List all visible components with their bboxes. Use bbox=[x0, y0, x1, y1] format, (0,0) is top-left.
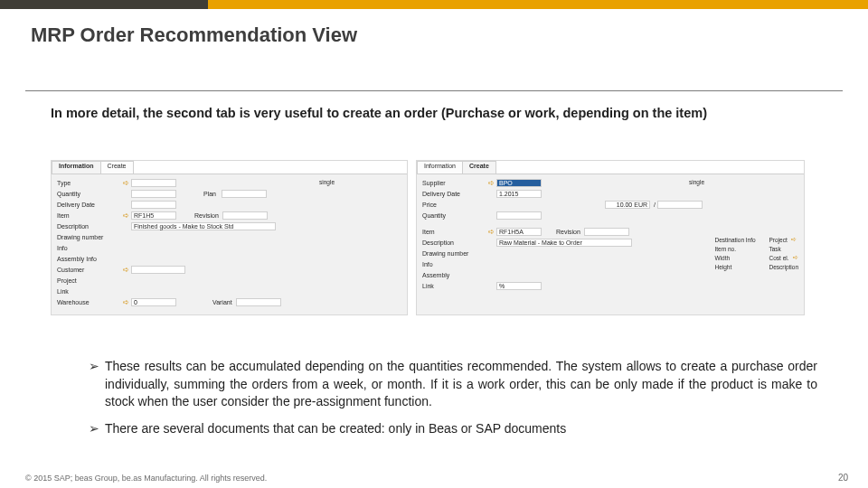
row-description: Description Finished goods - Make to Sto… bbox=[57, 221, 401, 231]
row-link: Link bbox=[57, 286, 401, 296]
purchase-order-form: Information Create single Supplier ➪ BPO… bbox=[416, 160, 805, 315]
label-project: Project bbox=[57, 277, 120, 284]
delivery-date-input[interactable]: 1.2015 bbox=[496, 190, 542, 198]
tab-create[interactable]: Create bbox=[462, 161, 496, 174]
tab-information[interactable]: Information bbox=[417, 161, 463, 174]
paneA-rows: single Type ➪ Quantity Plan Delivery Dat… bbox=[52, 174, 407, 312]
label-quantity: Quantity bbox=[57, 191, 120, 197]
label-delivery-date: Delivery Date bbox=[422, 191, 486, 197]
label-description: Description bbox=[422, 239, 486, 246]
label-delivery-date: Delivery Date bbox=[57, 202, 120, 208]
label-drawing-number: Drawing number bbox=[57, 234, 120, 240]
label-info: Info bbox=[57, 245, 120, 251]
link-arrow-icon[interactable]: ➪ bbox=[120, 266, 131, 274]
row-quantity: Quantity bbox=[422, 211, 798, 221]
label-plan: Plan bbox=[203, 191, 216, 197]
row-delivery-date: Delivery Date 1.2015 bbox=[422, 189, 798, 199]
paneB-tabs: Information Create bbox=[417, 161, 804, 174]
type-input[interactable] bbox=[131, 179, 176, 187]
label-link: Link bbox=[57, 288, 120, 295]
link-arrow-icon[interactable]: ➪ bbox=[486, 179, 496, 187]
tab-information[interactable]: Information bbox=[52, 161, 101, 174]
bullet-item: ➢ These results can be accumulated depen… bbox=[89, 358, 817, 411]
row-type: Type ➪ bbox=[57, 178, 401, 188]
row-supplier: Supplier ➪ BPO bbox=[422, 178, 798, 188]
row-info: Info bbox=[57, 243, 401, 253]
label-description: Description bbox=[57, 223, 120, 230]
value-description: Description bbox=[769, 264, 798, 270]
label-supplier: Supplier bbox=[422, 180, 486, 186]
chevron-icon: ➢ bbox=[89, 420, 99, 438]
quantity-input[interactable] bbox=[496, 211, 542, 220]
row-assembly-info: Assembly bbox=[422, 270, 798, 280]
bullet-item: ➢ There are several documents that can b… bbox=[89, 420, 817, 438]
single-label: single bbox=[689, 179, 704, 185]
description-input[interactable]: Finished goods - Make to Stock Std bbox=[131, 222, 276, 230]
label-info: Info bbox=[422, 261, 486, 267]
chevron-icon: ➢ bbox=[89, 358, 99, 411]
link-arrow-icon[interactable]: ➪ bbox=[120, 179, 131, 187]
row-customer: Customer ➪ bbox=[57, 265, 401, 275]
label-link: Link bbox=[422, 283, 486, 289]
warehouse-input[interactable]: 0 bbox=[131, 298, 176, 306]
intro-text: In more detail, the second tab is very u… bbox=[51, 105, 817, 123]
link-input[interactable]: % bbox=[496, 282, 542, 290]
label-price: Price bbox=[422, 202, 486, 208]
link-arrow-icon[interactable]: ➪ bbox=[120, 211, 131, 220]
label-assembly: Assembly bbox=[422, 272, 486, 278]
delivery-date-input[interactable] bbox=[131, 201, 176, 209]
row-quantity: Quantity Plan bbox=[57, 189, 401, 199]
item-input[interactable]: RF1H5A bbox=[496, 228, 542, 236]
customer-input[interactable] bbox=[131, 266, 185, 274]
link-arrow-icon[interactable]: ➪ bbox=[791, 236, 797, 243]
single-label: single bbox=[319, 179, 335, 185]
value-task: Task bbox=[769, 246, 780, 252]
row-delivery-date: Delivery Date bbox=[57, 200, 401, 210]
tab-create[interactable]: Create bbox=[100, 161, 134, 174]
label-destination-info: Destination Info bbox=[714, 237, 769, 243]
label-assembly-info: Assembly Info bbox=[57, 256, 120, 262]
row-drawing-number: Drawing number bbox=[57, 232, 401, 242]
row-project: Project bbox=[57, 276, 401, 286]
brand-bar-dark bbox=[0, 0, 208, 9]
item-input[interactable]: RF1H5 bbox=[131, 211, 176, 220]
label-revision: Revision bbox=[194, 212, 219, 219]
bullet-text: These results can be accumulated dependi… bbox=[105, 358, 817, 411]
row-width: Width Cost el. ➪ bbox=[714, 253, 798, 262]
link-arrow-icon[interactable]: ➪ bbox=[120, 298, 131, 306]
value-project: Project bbox=[769, 237, 787, 243]
label-item: Item bbox=[422, 229, 486, 235]
link-arrow-icon[interactable]: ➪ bbox=[793, 254, 798, 261]
description-input[interactable]: Raw Material - Make to Order bbox=[496, 239, 632, 247]
price-per-input[interactable] bbox=[657, 201, 703, 209]
row-link: Link % bbox=[422, 281, 798, 291]
plan-input[interactable] bbox=[222, 190, 267, 198]
row-item: Item ➪ RF1H5 Revision bbox=[57, 211, 401, 221]
link-arrow-icon[interactable]: ➪ bbox=[486, 228, 496, 236]
row-assembly-info: Assembly Info bbox=[57, 254, 401, 264]
variant-input[interactable] bbox=[236, 298, 281, 306]
row-height: Height Description bbox=[714, 262, 798, 271]
title-rule bbox=[25, 90, 843, 91]
revision-input[interactable] bbox=[584, 228, 629, 236]
page-title: MRP Order Recommendation View bbox=[31, 23, 357, 47]
value-cost-el: Cost el. bbox=[769, 255, 788, 261]
label-item: Item bbox=[57, 212, 120, 219]
quantity-input[interactable] bbox=[131, 190, 176, 198]
label-variant: Variant bbox=[212, 299, 232, 305]
paneA-tabs: Information Create bbox=[52, 161, 407, 174]
destination-info-block: Destination Info Project ➪ Item no. Task… bbox=[714, 235, 798, 271]
copyright-text: © 2015 SAP; beas Group, be.as Manufactur… bbox=[25, 474, 267, 483]
label-warehouse: Warehouse bbox=[57, 299, 120, 305]
label-type: Type bbox=[57, 180, 120, 186]
label-revision: Revision bbox=[556, 229, 580, 235]
revision-input[interactable] bbox=[222, 211, 268, 220]
label-quantity: Quantity bbox=[422, 212, 486, 219]
price-input[interactable]: 10.00 EUR bbox=[605, 201, 650, 209]
row-warehouse: Warehouse ➪ 0 Variant bbox=[57, 297, 401, 307]
label-customer: Customer bbox=[57, 267, 120, 273]
slide-footer: © 2015 SAP; beas Group, be.as Manufactur… bbox=[0, 467, 868, 488]
supplier-input[interactable]: BPO bbox=[496, 179, 542, 187]
label-height: Height bbox=[714, 264, 769, 270]
work-order-form: Information Create single Type ➪ Quantit… bbox=[51, 160, 408, 315]
